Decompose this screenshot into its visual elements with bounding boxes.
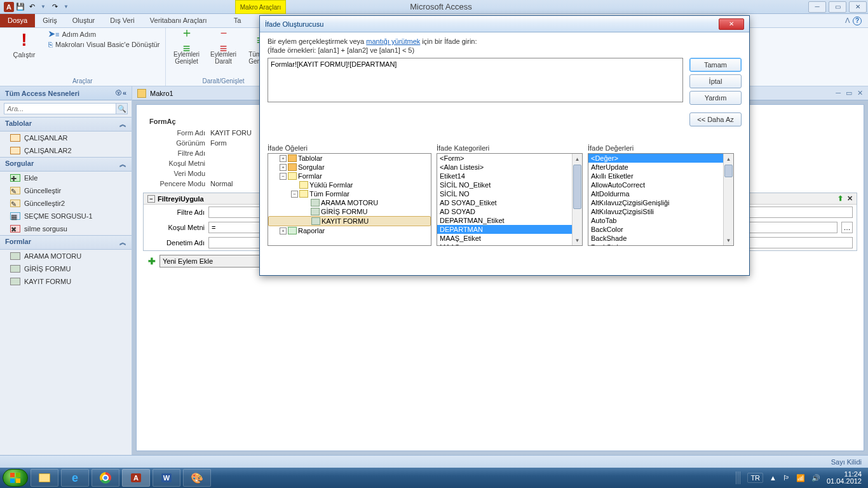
start-button[interactable] <box>3 469 28 487</box>
nav-section-tables[interactable]: Tablolar︽ <box>0 117 132 132</box>
less-button[interactable]: << Daha Az <box>689 112 742 126</box>
help-icon[interactable]: ? <box>853 17 862 25</box>
category-item[interactable]: AD SOYAD_Etiket <box>437 198 572 207</box>
minimize-button[interactable]: ─ <box>808 1 826 13</box>
builder-icon[interactable]: … <box>841 222 853 233</box>
value-item[interactable]: AfterUpdate <box>588 163 723 172</box>
expand-actions-button[interactable]: ＋≡Eylemleri Genişlet <box>171 30 203 65</box>
taskbar-word[interactable]: W <box>153 469 180 487</box>
category-item[interactable]: SİCİL NO_Etiket <box>437 180 572 189</box>
nav-item-form[interactable]: KAYIT FORMU <box>0 275 132 288</box>
tree-item[interactable]: +Tablolar <box>268 154 431 163</box>
collapse-tree-icon[interactable]: − <box>280 173 287 180</box>
logic-link[interactable]: mantığı yürütmek <box>366 37 420 45</box>
category-item[interactable]: MAAŞ_Etiket <box>437 234 572 243</box>
categories-list[interactable]: <Form><Alan Listesi>Etiket14SİCİL NO_Eti… <box>437 153 583 246</box>
tab-home[interactable]: Giriş <box>35 14 65 27</box>
value-item[interactable]: AltKılavuzÇizgisiStili <box>588 207 723 216</box>
delete-action-icon[interactable]: ✕ <box>847 194 853 203</box>
redo-icon[interactable]: ↷ <box>50 2 60 12</box>
taskbar-access[interactable]: A <box>122 469 150 487</box>
dialog-close-button[interactable]: ✕ <box>719 18 744 30</box>
taskbar-chrome[interactable] <box>92 469 119 487</box>
category-item[interactable]: <Form> <box>437 154 572 163</box>
nav-section-forms[interactable]: Formlar︽ <box>0 235 132 250</box>
nav-section-queries[interactable]: Sorgular︽ <box>0 157 132 172</box>
plus-icon[interactable]: ✚ <box>148 256 156 266</box>
cancel-button[interactable]: İptal <box>689 74 742 88</box>
undo-dropdown-icon[interactable]: ▼ <box>38 2 48 12</box>
restore-button[interactable]: ▭ <box>829 1 846 13</box>
scroll-up-icon[interactable]: ▲ <box>724 154 733 164</box>
convert-button[interactable]: ⎘Makroları Visual Basic'e Dönüştür <box>48 41 160 48</box>
nav-item-form[interactable]: GİRİŞ FORMU <box>0 262 132 275</box>
category-item[interactable]: MAAŞ <box>437 243 572 245</box>
network-icon[interactable]: 📶 <box>796 474 805 482</box>
value-item[interactable]: AltDoldurma <box>588 189 723 198</box>
value-item[interactable]: Akıllı Etiketler <box>588 172 723 180</box>
value-item[interactable]: AltKılavuzÇizgisiGenişliği <box>588 198 723 207</box>
help-button[interactable]: Yardım <box>689 91 742 105</box>
value-item[interactable]: AutoTab <box>588 216 723 225</box>
doc-close-icon[interactable]: ✕ <box>857 89 863 97</box>
qat-customize-icon[interactable]: ▼ <box>61 2 71 12</box>
category-item[interactable]: DEPARTMAN_Etiket <box>437 216 572 225</box>
doc-minimize-icon[interactable]: ─ <box>836 89 841 97</box>
moveup-icon[interactable]: ⬆ <box>837 194 843 203</box>
tree-item[interactable]: +Sorgular <box>268 163 431 172</box>
tab-file[interactable]: Dosya <box>0 14 35 27</box>
collapse-action-icon[interactable]: − <box>147 195 155 203</box>
tab-external[interactable]: Dış Veri <box>102 14 142 27</box>
scroll-down-icon[interactable]: ▼ <box>724 235 733 245</box>
language-indicator[interactable]: TR <box>747 473 763 483</box>
tree-item[interactable]: GİRİŞ FORMU <box>268 207 431 216</box>
dialog-titlebar[interactable]: İfade Oluşturucusu ✕ <box>260 16 749 32</box>
category-item[interactable]: DEPARTMAN <box>437 225 572 234</box>
save-icon[interactable]: 💾 <box>15 2 25 12</box>
taskbar-ie[interactable]: e <box>61 469 89 487</box>
nav-header[interactable]: Tüm Access Nesneleri ⓥ« <box>0 86 132 100</box>
nav-dropdown-icon[interactable]: ⓥ <box>116 89 121 97</box>
search-icon[interactable]: 🔍 <box>116 104 127 114</box>
nav-item-table[interactable]: ÇALIŞANLAR <box>0 132 132 144</box>
ok-button[interactable]: Tamam <box>689 58 742 72</box>
scrollbar[interactable]: ▲▼ <box>572 154 582 245</box>
tree-item[interactable]: +Raporlar <box>268 226 431 235</box>
value-item[interactable]: BackColor <box>588 225 723 234</box>
step-button[interactable]: ⮞≡Adım Adım <box>48 30 160 38</box>
taskbar-paint[interactable]: 🎨 <box>183 469 211 487</box>
nav-item-table[interactable]: ÇALIŞANLAR2 <box>0 144 132 157</box>
scrollbar[interactable]: ▲▼ <box>723 154 733 245</box>
tree-item[interactable]: −Formlar <box>268 172 431 180</box>
scroll-up-icon[interactable]: ▲ <box>573 154 582 164</box>
expand-icon[interactable]: + <box>280 155 287 162</box>
scroll-thumb[interactable] <box>573 165 581 209</box>
doc-restore-icon[interactable]: ▭ <box>846 89 852 97</box>
taskbar-explorer[interactable] <box>31 469 58 487</box>
undo-icon[interactable]: ↶ <box>27 2 37 12</box>
tree-item-selected[interactable]: KAYIT FORMU <box>268 216 431 226</box>
category-item[interactable]: SİCİL NO <box>437 189 572 198</box>
elements-tree[interactable]: +Tablolar +Sorgular −Formlar Yüklü Forml… <box>268 153 431 246</box>
nav-item-query[interactable]: ▦SEÇME SORGUSU-1 <box>0 210 132 222</box>
scroll-down-icon[interactable]: ▼ <box>573 235 582 245</box>
run-button[interactable]: ! Çalıştır <box>5 30 43 58</box>
tree-item[interactable]: −Tüm Formlar <box>268 189 431 198</box>
nav-item-query[interactable]: ✎Güncelleştir2 <box>0 197 132 210</box>
category-item[interactable]: <Alan Listesi> <box>437 163 572 172</box>
expression-textbox[interactable]: Formlar![KAYIT FORMU]![DEPARTMAN] <box>268 58 683 102</box>
volume-icon[interactable]: 🔊 <box>811 474 820 482</box>
search-input[interactable] <box>4 104 116 114</box>
tree-item[interactable]: ARAMA MOTORU <box>268 198 431 207</box>
expand-icon[interactable]: + <box>280 164 287 171</box>
value-item[interactable]: BackStyle <box>588 243 723 245</box>
expand-icon[interactable]: + <box>280 227 287 234</box>
value-item[interactable]: <Değer> <box>588 154 723 163</box>
clock[interactable]: 11:2401.04.2012 <box>827 471 862 485</box>
value-item[interactable]: BackShade <box>588 234 723 243</box>
close-button[interactable]: ✕ <box>849 1 867 13</box>
category-item[interactable]: AD SOYAD <box>437 207 572 216</box>
nav-item-query[interactable]: ✎Güncelleştir <box>0 184 132 197</box>
document-tab-label[interactable]: Makro1 <box>150 90 173 97</box>
minimize-ribbon-icon[interactable]: ᐱ <box>845 17 850 25</box>
